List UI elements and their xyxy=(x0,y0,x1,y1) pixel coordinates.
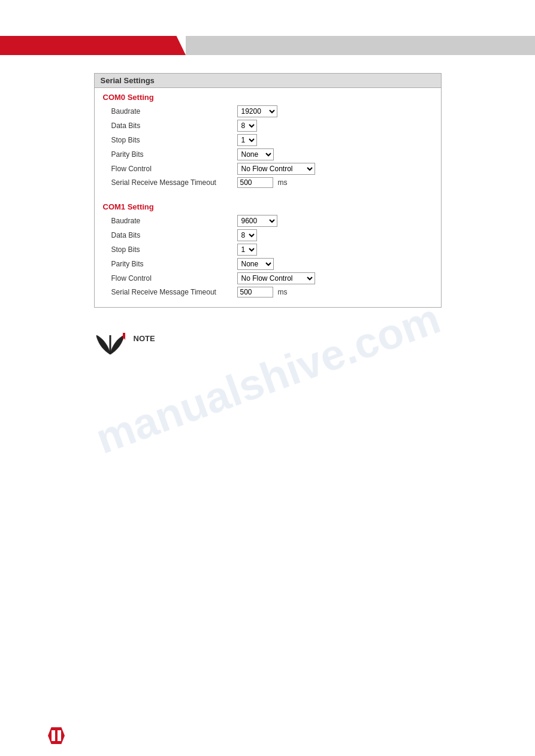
com0-flowcontrol-select[interactable]: No Flow ControlRTS/CTSXON/XOFF xyxy=(237,163,315,175)
header-red-bar xyxy=(0,36,186,55)
com1-paritybits-control: NoneOddEvenMarkSpace xyxy=(237,258,274,270)
com1-baudrate-row: Baudrate 9600 30060012002400 48001920038… xyxy=(103,215,433,227)
com1-paritybits-select[interactable]: NoneOddEvenMarkSpace xyxy=(237,258,274,270)
com1-stopbits-control: 12 xyxy=(237,244,257,256)
main-content: Serial Settings COM0 Setting Baudrate 19… xyxy=(88,73,448,308)
com1-databits-control: 8567 xyxy=(237,229,257,241)
com0-paritybits-select[interactable]: NoneOddEvenMarkSpace xyxy=(237,148,274,160)
note-section: NOTE xyxy=(88,332,448,362)
com0-flowcontrol-control: No Flow ControlRTS/CTSXON/XOFF xyxy=(237,163,315,175)
com1-baudrate-select[interactable]: 9600 30060012002400 48001920038400576001… xyxy=(237,215,277,227)
com1-stopbits-row: Stop Bits 12 xyxy=(103,244,433,256)
com1-timeout-unit: ms xyxy=(278,288,288,296)
com1-timeout-input[interactable] xyxy=(237,287,273,297)
com1-timeout-control: ms xyxy=(237,287,288,297)
note-label: NOTE xyxy=(134,334,155,343)
com0-baudrate-label: Baudrate xyxy=(111,107,237,116)
serial-settings-title: Serial Settings xyxy=(95,74,441,88)
com0-section: COM0 Setting Baudrate 19200 300600120024… xyxy=(95,88,441,198)
header-gray-bar xyxy=(186,36,535,55)
com1-section: COM1 Setting Baudrate 9600 3006001200240… xyxy=(95,198,441,307)
com1-flowcontrol-label: Flow Control xyxy=(111,274,237,283)
com0-heading: COM0 Setting xyxy=(103,93,433,102)
com0-databits-control: 8567 xyxy=(237,120,257,132)
com0-stopbits-label: Stop Bits xyxy=(111,136,237,144)
com1-stopbits-label: Stop Bits xyxy=(111,245,237,254)
com0-stopbits-row: Stop Bits 12 xyxy=(103,134,433,146)
com1-stopbits-select[interactable]: 12 xyxy=(237,244,257,256)
com0-baudrate-row: Baudrate 19200 30060012002400 4800960038… xyxy=(103,105,433,117)
com1-flowcontrol-select[interactable]: No Flow ControlRTS/CTSXON/XOFF xyxy=(237,272,315,284)
com1-databits-select[interactable]: 8567 xyxy=(237,229,257,241)
com0-stopbits-select[interactable]: 12 xyxy=(237,134,257,146)
com0-flowcontrol-row: Flow Control No Flow ControlRTS/CTSXON/X… xyxy=(103,163,433,175)
com1-paritybits-row: Parity Bits NoneOddEvenMarkSpace xyxy=(103,258,433,270)
serial-settings-box: Serial Settings COM0 Setting Baudrate 19… xyxy=(94,73,442,308)
com0-baudrate-select[interactable]: 19200 30060012002400 4800960038400576001… xyxy=(237,105,277,117)
com0-databits-row: Data Bits 8567 xyxy=(103,120,433,132)
header-bar xyxy=(0,36,535,55)
com1-timeout-label: Serial Receive Message Timeout xyxy=(111,288,237,296)
com0-paritybits-row: Parity Bits NoneOddEvenMarkSpace xyxy=(103,148,433,160)
com1-databits-label: Data Bits xyxy=(111,231,237,239)
com1-baudrate-control: 9600 30060012002400 48001920038400576001… xyxy=(237,215,277,227)
com0-paritybits-label: Parity Bits xyxy=(111,150,237,159)
com1-flowcontrol-control: No Flow ControlRTS/CTSXON/XOFF xyxy=(237,272,315,284)
com0-timeout-input[interactable] xyxy=(237,177,273,188)
com0-paritybits-control: NoneOddEvenMarkSpace xyxy=(237,148,274,160)
com0-stopbits-control: 12 xyxy=(237,134,257,146)
com0-flowcontrol-label: Flow Control xyxy=(111,165,237,173)
com1-paritybits-label: Parity Bits xyxy=(111,260,237,268)
com1-baudrate-label: Baudrate xyxy=(111,217,237,225)
com1-databits-row: Data Bits 8567 xyxy=(103,229,433,241)
com0-timeout-control: ms xyxy=(237,177,288,188)
com0-timeout-label: Serial Receive Message Timeout xyxy=(111,178,237,187)
com0-timeout-unit: ms xyxy=(278,178,288,187)
svg-rect-0 xyxy=(109,335,111,354)
com0-databits-label: Data Bits xyxy=(111,122,237,130)
com0-timeout-row: Serial Receive Message Timeout ms xyxy=(103,177,433,188)
note-book-icon xyxy=(94,332,126,362)
com0-baudrate-control: 19200 30060012002400 4800960038400576001… xyxy=(237,105,277,117)
com1-timeout-row: Serial Receive Message Timeout ms xyxy=(103,287,433,297)
com1-flowcontrol-row: Flow Control No Flow ControlRTS/CTSXON/X… xyxy=(103,272,433,284)
com1-heading: COM1 Setting xyxy=(103,202,433,211)
com0-databits-select[interactable]: 8567 xyxy=(237,120,257,132)
